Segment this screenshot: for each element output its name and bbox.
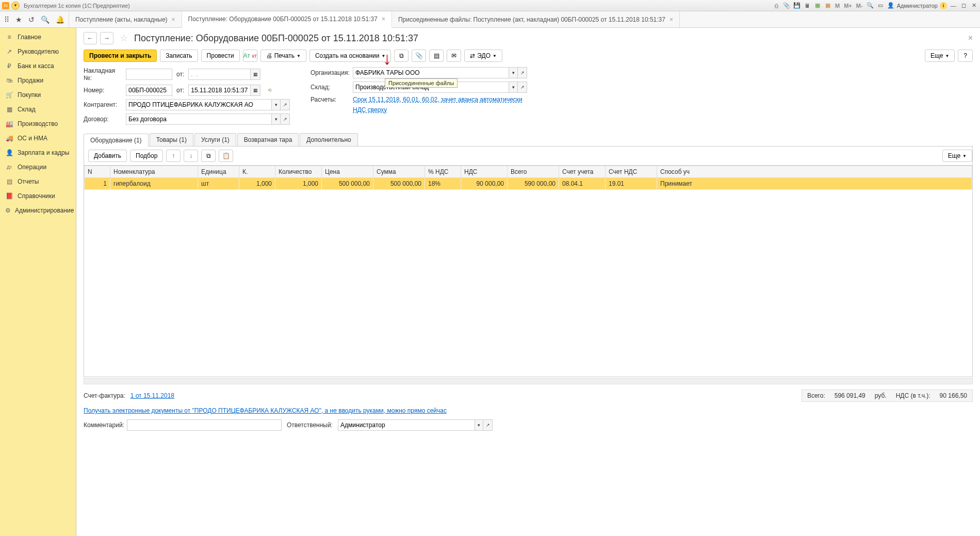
notifications-icon[interactable]: 🔔 (56, 15, 64, 24)
panel-icon[interactable]: ▭ (876, 2, 885, 10)
close-window-icon[interactable]: ✕ (970, 2, 978, 10)
close-doc-button[interactable]: × (968, 34, 973, 43)
save-button[interactable]: Записать (160, 50, 198, 62)
create-based-button[interactable]: Создать на основании▼ (309, 50, 391, 62)
sidebar-item-main[interactable]: ≡Главное (0, 30, 76, 44)
memory-m-icon[interactable]: M (834, 3, 841, 9)
contract-input[interactable] (126, 113, 271, 125)
tab-receipt-document[interactable]: Поступление: Оборудование 00БП-000025 от… (182, 11, 392, 28)
sidebar-item-purchases[interactable]: 🛒Покупки (0, 88, 76, 102)
app-menu-dropdown[interactable]: ▼ (11, 2, 20, 10)
col-total[interactable]: Всего (508, 166, 559, 178)
number-input[interactable] (126, 85, 172, 96)
col-vat-rate[interactable]: % НДС (425, 166, 461, 178)
post-and-close-button[interactable]: Провести и закрыть (84, 50, 157, 62)
dt-kt-button[interactable]: Аткт (243, 50, 257, 62)
col-sum[interactable]: Сумма (373, 166, 425, 178)
copy-button[interactable]: ⧉ (201, 150, 216, 162)
more-button[interactable]: Еще▼ (925, 50, 955, 62)
edo-button[interactable]: ⇄ЭДО▼ (464, 50, 502, 62)
tab-receipts-list[interactable]: Поступление (акты, накладные) × (69, 11, 182, 27)
sidebar-item-operations[interactable]: ДтОперации (0, 160, 76, 174)
calendar-icon[interactable]: ▦ (813, 2, 822, 10)
open-icon[interactable]: ↗ (281, 99, 290, 110)
calendar-picker-icon[interactable]: ▦ (250, 69, 260, 80)
calc-link[interactable]: Срок 15.11.2018, 60.01, 60.02, зачет ава… (353, 96, 522, 103)
close-icon[interactable]: × (172, 16, 175, 23)
invoice-link[interactable]: 1 от 15.11.2018 (130, 392, 174, 399)
open-icon[interactable]: ↗ (518, 67, 527, 78)
comment-input[interactable] (127, 419, 282, 431)
attach-icon[interactable]: 📎 (782, 2, 791, 10)
counterparty-input[interactable] (126, 99, 271, 110)
memory-mplus-icon[interactable]: M+ (843, 3, 853, 9)
sidebar-item-bank[interactable]: ₽Банк и касса (0, 59, 76, 73)
col-item[interactable]: Номенклатура (110, 166, 198, 178)
edo-promo-link[interactable]: Получать электронные документы от "ПРОДО… (84, 407, 447, 414)
help-button[interactable]: ? (958, 50, 973, 62)
post-button[interactable]: Провести (201, 50, 240, 62)
search-icon[interactable]: 🔍 (41, 15, 50, 24)
calendar-picker-icon[interactable]: ▦ (250, 85, 260, 96)
col-n[interactable]: N (85, 166, 110, 178)
tab-goods[interactable]: Товары (1) (150, 133, 193, 146)
sidebar-item-admin[interactable]: ⚙Администрирование (0, 203, 76, 218)
history-icon[interactable]: ↺ (28, 15, 35, 24)
invoice-date-input[interactable] (188, 69, 250, 80)
table-row[interactable]: 1 гипербалоид шт 1,000 1,000 500 000,00 … (85, 178, 972, 190)
sidebar-item-assets[interactable]: 🚚ОС и НМА (0, 131, 76, 145)
print-button[interactable]: 🖨Печать▼ (260, 50, 306, 62)
select-button[interactable]: Подбор (130, 150, 163, 162)
open-icon[interactable]: ↗ (518, 82, 527, 93)
org-input[interactable] (353, 67, 509, 78)
col-acc[interactable]: Счет учета (559, 166, 606, 178)
favorites-icon[interactable]: ★ (15, 15, 22, 24)
sidebar-item-manager[interactable]: ↗Руководителю (0, 44, 76, 59)
favorite-star-icon[interactable]: ☆ (120, 33, 128, 44)
save-icon[interactable]: 💾 (793, 2, 801, 10)
sidebar-item-production[interactable]: 🏭Производство (0, 117, 76, 131)
tab-additional[interactable]: Дополнительно (300, 133, 357, 146)
col-qty[interactable]: Количество (275, 166, 322, 178)
envelope-button[interactable]: ✉ (447, 50, 461, 62)
dropdown-icon[interactable]: ▾ (509, 82, 518, 93)
tab-attached-files[interactable]: Присоединенные файлы: Поступление (акт, … (392, 11, 680, 27)
memory-mminus-icon[interactable]: M- (855, 3, 864, 9)
add-row-button[interactable]: Добавить (88, 150, 127, 162)
col-method[interactable]: Способ уч (657, 166, 972, 178)
tab-services[interactable]: Услуги (1) (194, 133, 236, 146)
col-price[interactable]: Цена (322, 166, 373, 178)
responsible-input[interactable] (338, 419, 475, 431)
vat-link[interactable]: НДС сверху (353, 106, 387, 113)
close-icon[interactable]: × (382, 15, 385, 23)
col-vat[interactable]: НДС (461, 166, 508, 178)
close-icon[interactable]: × (669, 16, 673, 23)
open-icon[interactable]: ↗ (281, 113, 290, 125)
calc-icon[interactable]: 🖩 (803, 2, 811, 10)
maximize-icon[interactable]: ◻ (959, 2, 968, 10)
dropdown-icon[interactable]: ▾ (271, 99, 281, 110)
refresh-icon[interactable]: ⟲ (265, 85, 275, 96)
apps-icon[interactable]: ⠿ (4, 15, 9, 24)
sidebar-item-warehouse[interactable]: ▦Склад (0, 102, 76, 117)
table-more-button[interactable]: Еще▼ (942, 150, 972, 162)
structure-button[interactable]: ⧉ (394, 50, 409, 62)
nav-forward-button[interactable]: → (100, 32, 113, 44)
move-up-button[interactable]: ↑ (166, 150, 181, 162)
dropdown-icon[interactable]: ▾ (271, 113, 281, 125)
attach-files-button[interactable]: 📎 (412, 50, 426, 62)
tab-returnable[interactable]: Возвратная тара (237, 133, 299, 146)
sidebar-item-catalogs[interactable]: 📕Справочники (0, 189, 76, 203)
sidebar-item-reports[interactable]: ▤Отчеты (0, 174, 76, 189)
number-date-input[interactable] (188, 85, 250, 96)
print-icon[interactable]: ⎙ (772, 2, 780, 10)
info-icon[interactable]: i (940, 2, 947, 9)
search-sys-icon[interactable]: 🔍 (866, 2, 874, 10)
paste-button[interactable]: 📋 (219, 150, 233, 162)
invoice-no-input[interactable] (126, 69, 172, 80)
col-k[interactable]: К. (239, 166, 275, 178)
nav-back-button[interactable]: ← (84, 32, 97, 44)
move-down-button[interactable]: ↓ (184, 150, 198, 162)
col-unit[interactable]: Единица (198, 166, 239, 178)
minimize-icon[interactable]: — (949, 2, 957, 10)
